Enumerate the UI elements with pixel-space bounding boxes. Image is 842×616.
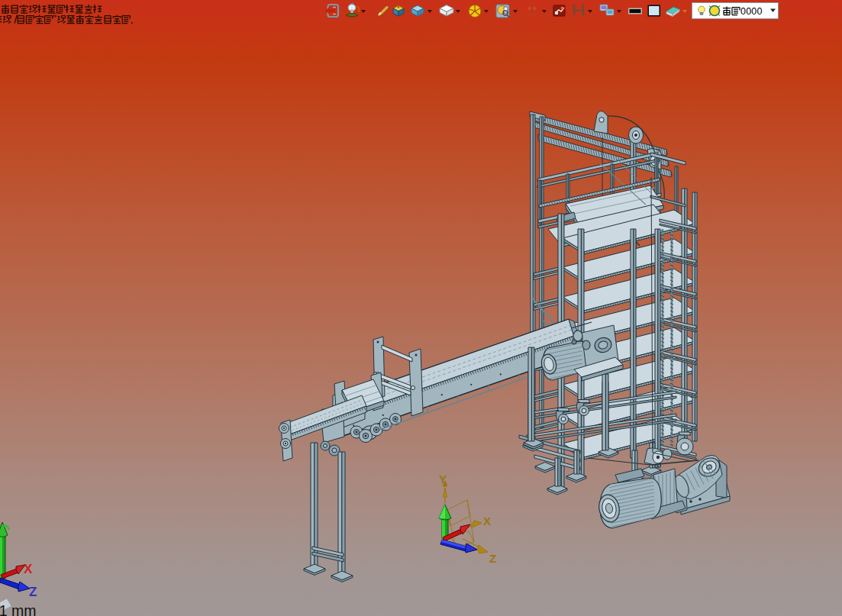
svg-text:X: X (24, 562, 33, 576)
svg-text:X: X (483, 514, 491, 527)
svg-text:Z: Z (29, 585, 37, 599)
svg-text:Z: Z (489, 552, 496, 565)
